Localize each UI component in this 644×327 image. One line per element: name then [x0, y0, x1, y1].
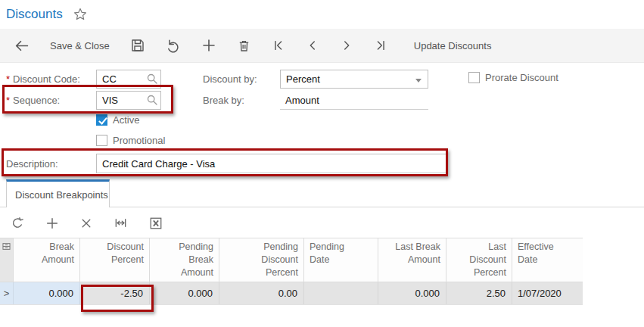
header-effective-date[interactable]: EffectiveDate: [512, 238, 583, 282]
cell-discount-percent[interactable]: -2.50: [80, 282, 150, 304]
go-last-icon[interactable]: [374, 39, 387, 52]
go-first-icon[interactable]: [272, 39, 285, 52]
promotional-label: Promotional: [113, 135, 165, 146]
table-row[interactable]: > 0.000 -2.50 0.000 0.00 0.000 2.50 1/07…: [0, 282, 583, 305]
cell-last-discount-percent[interactable]: 2.50: [446, 282, 512, 304]
sequence-lookup-icon[interactable]: [146, 94, 158, 109]
cell-break-amount[interactable]: 0.000: [14, 282, 80, 304]
checkbox-checked-box: [96, 114, 107, 126]
add-row-icon[interactable]: [45, 216, 59, 230]
promotional-checkbox[interactable]: Promotional: [96, 135, 165, 146]
discount-by-value: Percent: [286, 73, 320, 85]
header-break-amount[interactable]: BreakAmount: [14, 238, 80, 282]
cell-effective-date[interactable]: 1/07/2020: [512, 282, 583, 304]
active-label: Active: [113, 114, 139, 126]
go-next-icon[interactable]: [340, 39, 353, 52]
breakpoints-grid: BreakAmount DiscountPercent PendingBreak…: [0, 238, 583, 305]
cell-last-break-amount[interactable]: 0.000: [378, 282, 446, 304]
description-label: Description:: [6, 158, 58, 170]
back-icon[interactable]: [14, 38, 30, 54]
row-settings-icon: [2, 241, 11, 251]
checkbox-box: [96, 135, 107, 146]
break-by-value: Amount: [280, 91, 428, 110]
discounts-screen: Discounts Save & Close: [0, 0, 644, 327]
header-last-discount-percent[interactable]: LastDiscountPercent: [446, 238, 512, 282]
tab-discount-breakpoints[interactable]: Discount Breakpoints: [6, 179, 110, 207]
sequence-label: *Sequence:: [6, 95, 60, 106]
delete-row-icon[interactable]: [80, 217, 92, 229]
page-title: Discounts: [6, 7, 63, 22]
required-marker: *: [6, 73, 10, 85]
header-last-break-amount[interactable]: Last BreakAmount: [378, 238, 446, 282]
save-close-button[interactable]: Save & Close: [50, 40, 110, 51]
discount-code-label: *Discount Code:: [6, 73, 80, 85]
update-discounts-button[interactable]: Update Discounts: [414, 40, 492, 51]
tab-strip: Discount Breakpoints: [0, 179, 644, 207]
cell-pending-date[interactable]: [304, 282, 378, 304]
refresh-icon[interactable]: [11, 216, 24, 230]
grid-toolbar: [0, 208, 644, 238]
header-row-settings[interactable]: [0, 238, 14, 282]
title-bar: Discounts: [6, 4, 87, 25]
row-selector[interactable]: >: [0, 282, 14, 304]
chevron-down-icon: [415, 79, 422, 83]
discount-code-lookup-icon[interactable]: [146, 73, 158, 88]
header-pending-date[interactable]: PendingDate: [304, 238, 378, 282]
fit-to-screen-icon[interactable]: [114, 216, 128, 230]
main-toolbar: Save & Close Update Discounts: [0, 29, 644, 63]
active-checkbox[interactable]: Active: [96, 114, 139, 126]
break-by-label: Break by:: [203, 95, 244, 106]
discount-by-label: Discount by:: [203, 73, 257, 85]
header-pending-break-amount[interactable]: PendingBreakAmount: [150, 238, 219, 282]
favorite-star-icon[interactable]: [73, 8, 87, 21]
discount-by-dropdown[interactable]: Percent: [280, 70, 428, 89]
go-previous-icon[interactable]: [306, 39, 319, 52]
save-icon[interactable]: [130, 38, 145, 53]
header-discount-percent[interactable]: DiscountPercent: [80, 238, 150, 282]
cell-pending-break-amount[interactable]: 0.000: [150, 282, 219, 304]
cell-pending-discount-percent[interactable]: 0.00: [219, 282, 304, 304]
description-input[interactable]: [96, 154, 446, 173]
undo-icon[interactable]: [166, 38, 181, 53]
add-icon[interactable]: [201, 38, 216, 53]
header-pending-discount-percent[interactable]: Pending DiscountPercent: [219, 238, 304, 282]
prorate-discount-checkbox[interactable]: Prorate Discount: [468, 72, 558, 83]
tab-label: Discount Breakpoints: [15, 189, 108, 201]
delete-icon[interactable]: [237, 39, 251, 53]
grid-header-row: BreakAmount DiscountPercent PendingBreak…: [0, 238, 583, 282]
prorate-discount-label: Prorate Discount: [485, 72, 558, 83]
export-to-excel-icon[interactable]: [149, 216, 163, 230]
checkbox-box: [468, 72, 480, 83]
